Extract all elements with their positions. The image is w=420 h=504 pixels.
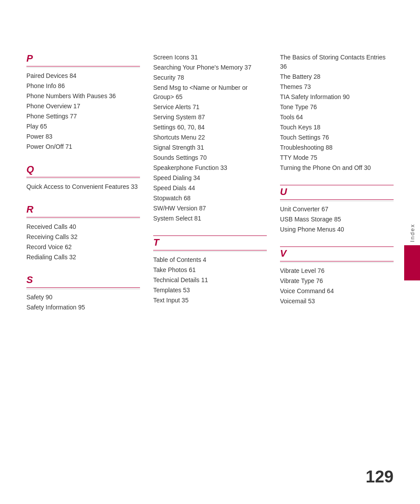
entry-templates: Templates 53 [153, 286, 267, 295]
entry-using-phone-menus: Using Phone Menus 40 [280, 225, 394, 234]
entry-speed-dialing: Speed Dialing 34 [153, 173, 267, 183]
entry-turning-phone: Turning the Phone On and Off 30 [280, 163, 394, 173]
entry-text-input: Text Input 35 [153, 296, 267, 305]
section-P: P Paired Devices 84 Phone Info 86 Phone … [26, 53, 140, 151]
entry-service-alerts: Service Alerts 71 [153, 103, 267, 112]
entry-speakerphone: Speakerphone Function 33 [153, 163, 267, 173]
entry-phone-settings: Phone Settings 77 [26, 112, 140, 121]
entry-system-select: System Select 81 [153, 214, 267, 223]
entry-power-onoff: Power On/Off 71 [26, 142, 140, 151]
section-V: V Vibrate Level 76 Vibrate Type 76 Voice… [280, 246, 394, 306]
entry-the-basics: The Basics of Storing Contacts Entries 3… [280, 53, 394, 71]
entry-shortcuts-menu: Shortcuts Menu 22 [153, 133, 267, 142]
entry-technical-details: Technical Details 11 [153, 276, 267, 285]
section-T-continued: The Basics of Storing Contacts Entries 3… [280, 53, 394, 173]
entry-take-photos: Take Photos 61 [153, 265, 267, 275]
entry-tools: Tools 64 [280, 113, 394, 122]
section-R: R Received Calls 40 Receiving Calls 32 R… [26, 204, 140, 262]
entry-unit-converter: Unit Converter 67 [280, 205, 394, 214]
section-letter-T: T [153, 237, 267, 248]
section-divider-V [280, 261, 394, 261]
entry-vibrate-level: Vibrate Level 76 [280, 266, 394, 276]
entry-receiving-calls: Receiving Calls 32 [26, 232, 140, 242]
entry-power: Power 83 [26, 132, 140, 141]
entry-the-battery: The Battery 28 [280, 72, 394, 81]
section-letter-Q: Q [26, 164, 140, 175]
section-sub-divider-R [26, 218, 140, 219]
section-letter-S: S [26, 274, 140, 286]
columns-wrapper: P Paired Devices 84 Phone Info 86 Phone … [26, 53, 394, 324]
entry-phone-info: Phone Info 86 [26, 81, 140, 91]
entry-screen-icons: Screen Icons 31 [153, 53, 267, 62]
entry-send-msg: Send Msg to <Name or Number or Group> 65 [153, 83, 267, 102]
entry-safety: Safety 90 [26, 293, 140, 302]
sidebar-bar [404, 245, 420, 280]
entry-redialing-calls: Redialing Calls 32 [26, 253, 140, 262]
entry-security: Security 78 [153, 73, 267, 82]
entry-usb-mass-storage: USB Mass Storage 85 [280, 215, 394, 224]
section-divider-R [26, 217, 140, 217]
section-divider-S [26, 287, 140, 288]
entry-phone-overview: Phone Overview 17 [26, 102, 140, 111]
section-divider-T [153, 250, 267, 250]
section-letter-R: R [26, 204, 140, 215]
section-letter-V: V [280, 248, 394, 259]
section-sub-divider-T [153, 251, 267, 252]
entry-paired-devices: Paired Devices 84 [26, 71, 140, 81]
section-T: T Table of Contents 4 Take Photos 61 Tec… [153, 235, 267, 305]
entry-phone-numbers: Phone Numbers With Pauses 36 [26, 92, 140, 101]
entry-sw-hw-version: SW/HW Version 87 [153, 204, 267, 213]
section-letter-P: P [26, 53, 140, 64]
section-Q: Q Quick Access to Convenient Features 33 [26, 164, 140, 191]
section-S-continued: Screen Icons 31 Searching Your Phone's M… [153, 53, 267, 223]
entry-signal-strength: Signal Strength 31 [153, 143, 267, 152]
entry-themes: Themes 73 [280, 82, 394, 92]
entry-voice-command: Voice Command 64 [280, 287, 394, 296]
column-2: Screen Icons 31 Searching Your Phone's M… [153, 53, 280, 324]
section-divider-U [280, 199, 394, 200]
section-divider-V-top [280, 246, 394, 247]
entry-tia-safety: TIA Safety Information 90 [280, 92, 394, 102]
entry-settings: Settings 60, 70, 84 [153, 123, 267, 132]
entry-sounds-settings: Sounds Settings 70 [153, 153, 267, 162]
column-3: The Basics of Storing Contacts Entries 3… [280, 53, 394, 324]
entry-quick-access: Quick Access to Convenient Features 33 [26, 182, 140, 191]
column-1: P Paired Devices 84 Phone Info 86 Phone … [26, 53, 153, 324]
entry-searching: Searching Your Phone's Memory 37 [153, 63, 267, 72]
entry-record-voice: Record Voice 62 [26, 243, 140, 252]
entry-tone-type: Tone Type 76 [280, 103, 394, 112]
page-number: 129 [366, 467, 394, 486]
entry-voicemail: Voicemail 53 [280, 297, 394, 306]
section-letter-U: U [280, 186, 394, 198]
section-sub-divider-P [26, 67, 140, 68]
section-divider-T-top [153, 235, 267, 236]
entry-speed-dials: Speed Dials 44 [153, 184, 267, 193]
entry-serving-system: Serving System 87 [153, 113, 267, 122]
section-divider-Q [26, 177, 140, 177]
entry-touch-settings: Touch Settings 76 [280, 133, 394, 142]
section-divider-U-top [280, 185, 394, 185]
section-divider-P [26, 66, 140, 66]
entry-received-calls: Received Calls 40 [26, 222, 140, 232]
page-container: P Paired Devices 84 Phone Info 86 Phone … [0, 0, 420, 504]
section-sub-divider-S [26, 289, 140, 289]
section-sub-divider-V [280, 262, 394, 263]
entry-stopwatch: Stopwatch 68 [153, 194, 267, 203]
entry-table-of-contents: Table of Contents 4 [153, 255, 267, 265]
section-sub-divider-Q [26, 178, 140, 179]
entry-tty-mode: TTY Mode 75 [280, 153, 394, 162]
entry-touch-keys: Touch Keys 18 [280, 123, 394, 132]
entry-safety-information: Safety Information 95 [26, 303, 140, 312]
section-S: S Safety 90 Safety Information 95 [26, 274, 140, 312]
entry-vibrate-type: Vibrate Type 76 [280, 276, 394, 286]
section-sub-divider-U [280, 201, 394, 201]
entry-troubleshooting: Troubleshooting 88 [280, 143, 394, 152]
section-U: U Unit Converter 67 USB Mass Storage 85 … [280, 185, 394, 234]
entry-play: Play 65 [26, 122, 140, 131]
sidebar-label: Index [409, 224, 416, 242]
sidebar-tab: Index [404, 224, 420, 281]
